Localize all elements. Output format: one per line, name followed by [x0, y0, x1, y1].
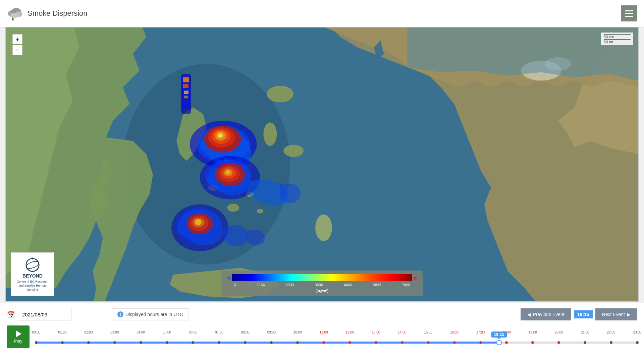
color-scale-container: ◀ ▶ 0 1166 2333 3500 4666 5833 7000 (mg/…: [221, 270, 423, 296]
timeline-container[interactable]: 00:0001:0002:0003:0004:0005:0006:0007:00…: [36, 330, 637, 344]
time-label-1500: 15:00: [424, 330, 432, 334]
svg-point-8: [267, 85, 293, 102]
svg-rect-20: [183, 77, 189, 82]
info-icon: i: [117, 311, 123, 317]
scale-val-5: 5833: [373, 283, 381, 287]
timeline-dot-2100[interactable]: [584, 341, 586, 344]
svg-point-12: [227, 204, 239, 212]
timeline-dot-0400[interactable]: [140, 341, 142, 344]
menu-line-3: [625, 16, 633, 17]
beyond-subtext: Centre of EO Research and Satellite Remo…: [14, 280, 51, 292]
time-label-0500: 05:00: [163, 330, 171, 334]
date-row: 📅 i Displayed hours are in UTC ◀ Previou…: [7, 308, 637, 320]
scale-val-6: 7000: [402, 283, 410, 287]
timeline-dot-0100[interactable]: [61, 341, 64, 344]
color-scale-bar: [232, 274, 412, 281]
color-scale-unit: (mg/m²): [226, 289, 418, 293]
svg-rect-21: [183, 84, 189, 88]
timeline-filled: [36, 342, 499, 344]
time-label-0600: 06:00: [189, 330, 197, 334]
zoom-in-button[interactable]: +: [12, 34, 22, 44]
timeline-dot-0200[interactable]: [87, 341, 90, 344]
time-label-1000: 10:00: [293, 330, 302, 334]
svg-rect-22: [184, 90, 189, 94]
timeline-dot-1800[interactable]: [505, 341, 508, 344]
prev-event-button[interactable]: ◀ Previous Event: [521, 308, 571, 320]
color-scale-left-arrow[interactable]: ◀: [226, 275, 230, 281]
time-label-1200: 12:00: [345, 330, 354, 334]
event-nav: ◀ Previous Event 19:15 Next Event ▶: [521, 308, 637, 320]
scale-val-4: 4666: [344, 283, 352, 287]
timeline-dot-0000[interactable]: [35, 341, 38, 344]
app-header: Smoke Dispersion: [0, 0, 644, 27]
app-logo-icon: [7, 5, 23, 22]
timeline-dot-0800[interactable]: [244, 341, 247, 344]
beyond-logo-svg: [21, 256, 44, 273]
next-event-arrow: ▶: [627, 312, 631, 317]
date-input[interactable]: [18, 309, 71, 320]
zoom-controls: + −: [12, 34, 22, 55]
time-label-0400: 04:00: [137, 330, 145, 334]
time-label-2300: 23:00: [633, 330, 641, 334]
timeline-dot-1700[interactable]: [479, 341, 482, 344]
timeline-dot-1400[interactable]: [401, 341, 404, 344]
utc-info-panel: i Displayed hours are in UTC: [112, 308, 189, 320]
svg-point-38: [226, 170, 230, 174]
timeline-row: Play 00:0001:0002:0003:0004:0005:0006:00…: [7, 325, 637, 348]
menu-line-1: [625, 10, 633, 11]
timeline-dot-0600[interactable]: [192, 341, 194, 344]
time-label-0000: 00:00: [32, 330, 40, 334]
timeline-dot-0700[interactable]: [218, 341, 220, 344]
timeline-dot-1500[interactable]: [427, 341, 430, 344]
timeline-dot-2300[interactable]: [636, 341, 639, 344]
calendar-icon: 📅: [7, 310, 15, 318]
svg-point-31: [219, 134, 222, 137]
time-label-2200: 22:00: [607, 330, 615, 334]
time-label-0300: 03:00: [110, 330, 119, 334]
play-button[interactable]: Play: [7, 325, 30, 348]
scale-val-2: 2333: [286, 283, 294, 287]
timeline-thumb[interactable]: [496, 340, 502, 345]
time-label-1900: 19:00: [529, 330, 537, 334]
timeline-dot-2200[interactable]: [610, 341, 612, 344]
timeline-dot-0900[interactable]: [270, 341, 273, 344]
timeline-dot-0500[interactable]: [166, 341, 168, 344]
timeline-dot-1200[interactable]: [348, 341, 351, 344]
time-label-0800: 08:00: [241, 330, 250, 334]
timeline-dot-1900[interactable]: [531, 341, 534, 344]
timeline-dot-0300[interactable]: [113, 341, 116, 344]
beyond-logo: BEYOND Centre of EO Research and Satelli…: [11, 252, 54, 296]
timeline-dot-1100[interactable]: [322, 341, 325, 344]
utc-text: Displayed hours are in UTC: [125, 312, 183, 317]
time-label-1100: 11:00: [320, 330, 328, 334]
time-label-1600: 16:00: [450, 330, 459, 334]
time-label-0200: 02:00: [84, 330, 93, 334]
color-scale-bar-wrapper: ◀ ▶: [226, 274, 418, 281]
timeline-dot-1000[interactable]: [296, 341, 299, 344]
time-label-1700: 17:00: [476, 330, 485, 334]
menu-button[interactable]: [621, 5, 637, 21]
time-label-1300: 13:00: [372, 330, 380, 334]
play-icon: [16, 330, 21, 337]
svg-point-47: [32, 258, 33, 259]
timeline-dot-1600[interactable]: [453, 341, 456, 344]
time-label-0900: 09:00: [267, 330, 276, 334]
zoom-out-button[interactable]: −: [12, 45, 22, 55]
play-label: Play: [14, 339, 22, 344]
logo-area: Smoke Dispersion: [7, 5, 88, 22]
timeline-dot-2000[interactable]: [557, 341, 560, 344]
timeline-track[interactable]: 19:15: [36, 342, 637, 344]
next-event-button[interactable]: Next Event ▶: [595, 308, 637, 320]
scale-val-1: 1166: [257, 283, 265, 287]
scale-val-0: 0: [234, 283, 236, 287]
map-container[interactable]: + − 50 km 50 ml BEYOND Centre of EO Rese…: [5, 27, 639, 302]
map-terrain-svg: [6, 27, 638, 301]
color-scale-labels: 0 1166 2333 3500 4666 5833 7000: [226, 283, 418, 287]
scale-km-label: 50 km: [604, 35, 631, 39]
color-scale-right-arrow[interactable]: ▶: [414, 275, 418, 281]
prev-event-arrow: ◀: [527, 312, 531, 317]
svg-point-9: [263, 122, 277, 146]
timeline-dot-1300[interactable]: [375, 341, 377, 344]
app-title: Smoke Dispersion: [28, 9, 88, 18]
svg-point-11: [315, 215, 332, 241]
